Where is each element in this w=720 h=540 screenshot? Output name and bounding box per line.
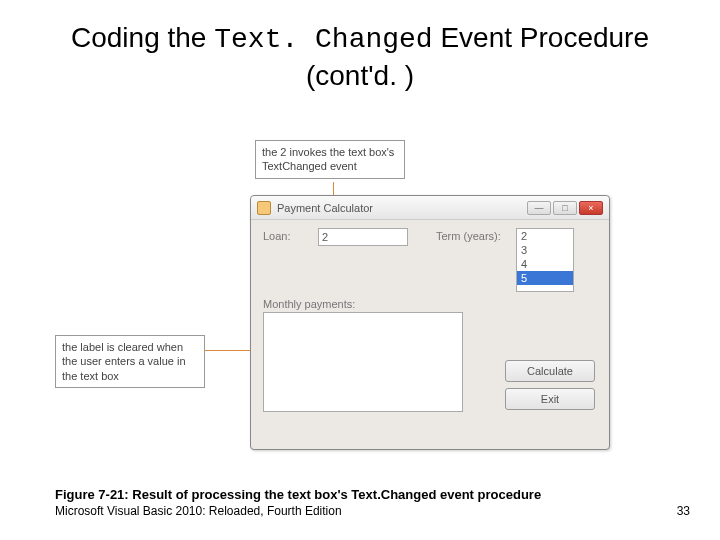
- window-body: Loan: Term (years): 2 3 4 5 Monthly paym…: [251, 220, 609, 420]
- footer-text: Microsoft Visual Basic 2010: Reloaded, F…: [55, 504, 342, 518]
- loan-input[interactable]: [318, 228, 408, 246]
- title-mono: Text. Changed: [214, 24, 432, 55]
- page-number: 33: [677, 504, 690, 518]
- close-button[interactable]: ×: [579, 201, 603, 215]
- term-label: Term (years):: [436, 228, 516, 242]
- button-column: Calculate Exit: [505, 360, 595, 410]
- calculate-button[interactable]: Calculate: [505, 360, 595, 382]
- maximize-button[interactable]: □: [553, 201, 577, 215]
- list-item[interactable]: 4: [517, 257, 573, 271]
- term-listbox[interactable]: 2 3 4 5: [516, 228, 574, 292]
- title-pre: Coding the: [71, 22, 214, 53]
- callout-top: the 2 invokes the text box's TextChanged…: [255, 140, 405, 179]
- app-window: Payment Calculator — □ × Loan: Term (yea…: [250, 195, 610, 450]
- figure-area: the 2 invokes the text box's TextChanged…: [95, 140, 655, 450]
- loan-label: Loan:: [263, 228, 318, 242]
- slide-title: Coding the Text. Changed Event Procedure…: [0, 0, 720, 95]
- app-icon: [257, 201, 271, 215]
- minimize-button[interactable]: —: [527, 201, 551, 215]
- list-item[interactable]: 5: [517, 271, 573, 285]
- window-controls: — □ ×: [527, 201, 603, 215]
- exit-button[interactable]: Exit: [505, 388, 595, 410]
- window-title: Payment Calculator: [277, 202, 373, 214]
- list-item[interactable]: 3: [517, 243, 573, 257]
- figure-caption: Figure 7-21: Result of processing the te…: [55, 487, 615, 504]
- titlebar: Payment Calculator — □ ×: [251, 196, 609, 220]
- monthly-label: Monthly payments:: [263, 298, 597, 310]
- top-row: Loan: Term (years): 2 3 4 5: [263, 228, 597, 292]
- monthly-payments-output: [263, 312, 463, 412]
- list-item[interactable]: 2: [517, 229, 573, 243]
- callout-left: the label is cleared when the user enter…: [55, 335, 205, 388]
